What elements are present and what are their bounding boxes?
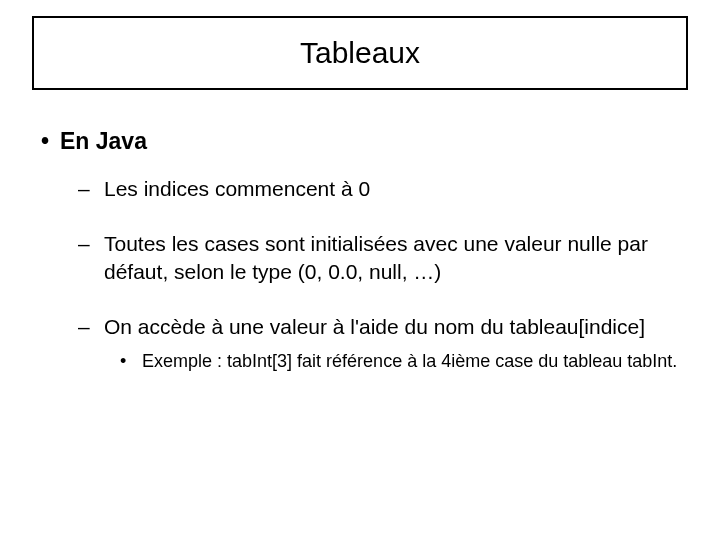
bullet-dash-icon: –	[78, 175, 104, 202]
sub-point-1: Les indices commencent à 0	[104, 175, 370, 202]
bullet-level2: – On accède à une valeur à l'aide du nom…	[78, 313, 690, 340]
bullet-dot-icon: •	[30, 128, 60, 155]
sub-point-3a: Exemple : tabInt[3] fait référence à la …	[142, 350, 677, 373]
sub-point-2: Toutes les cases sont initialisées avec …	[104, 230, 690, 285]
heading-text: En Java	[60, 128, 147, 155]
bullet-dash-icon: –	[78, 230, 104, 285]
bullet-dot-icon: •	[120, 350, 142, 373]
title-box: Tableaux	[32, 16, 688, 90]
slide-title: Tableaux	[300, 36, 420, 70]
sub-point-3: On accède à une valeur à l'aide du nom d…	[104, 313, 645, 340]
bullet-level2: – Les indices commencent à 0	[78, 175, 690, 202]
bullet-level1: • En Java	[30, 128, 690, 155]
bullet-level3: • Exemple : tabInt[3] fait référence à l…	[120, 350, 690, 373]
bullet-level2: – Toutes les cases sont initialisées ave…	[78, 230, 690, 285]
bullet-dash-icon: –	[78, 313, 104, 340]
slide-content: • En Java – Les indices commencent à 0 –…	[30, 128, 690, 374]
